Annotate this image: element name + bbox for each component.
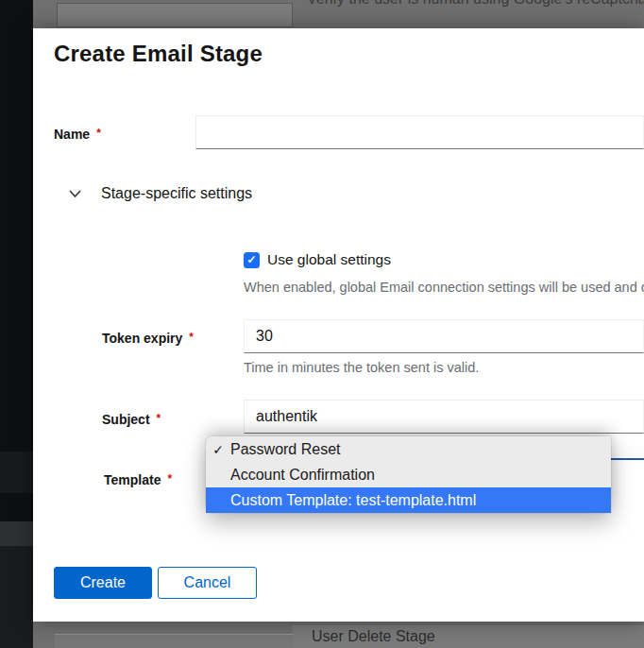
section-toggle-stage-specific[interactable]: Stage-specific settings	[69, 185, 252, 202]
create-button[interactable]: Create	[54, 567, 152, 599]
template-label: Template*	[104, 472, 172, 487]
cancel-button[interactable]: Cancel	[158, 567, 257, 599]
required-asterisk: *	[167, 472, 172, 486]
required-asterisk: *	[157, 412, 161, 425]
use-global-settings-row: ✓ Use global settings	[244, 251, 391, 268]
chevron-down-icon	[69, 190, 81, 198]
name-input[interactable]	[195, 115, 644, 149]
template-label-text: Template	[104, 472, 161, 487]
dropdown-option-label: Password Reset	[230, 441, 341, 458]
use-global-settings-label: Use global settings	[267, 251, 391, 268]
dropdown-option-label: Account Confirmation	[230, 467, 375, 484]
background-table-cell	[57, 3, 293, 27]
token-expiry-help: Time in minutes the token sent is valid.	[244, 360, 479, 375]
subject-label-text: Subject	[102, 412, 150, 427]
check-icon: ✓	[246, 254, 256, 265]
subject-label: Subject*	[102, 412, 161, 427]
token-expiry-input[interactable]	[244, 319, 644, 353]
background-table-top: Verify the user is human using Google's …	[33, 0, 644, 28]
screen: Verify the user is human using Google's …	[0, 0, 644, 648]
app-sidebar	[0, 0, 33, 648]
use-global-settings-help: When enabled, global Email connection se…	[244, 280, 644, 295]
dropdown-option-account-confirmation[interactable]: Account Confirmation	[206, 462, 611, 487]
modal-title: Create Email Stage	[54, 41, 263, 67]
required-asterisk: *	[96, 127, 101, 140]
sidebar-segment-highlight	[0, 521, 33, 546]
name-label: Name*	[54, 127, 101, 142]
background-row-description: Verify the user is human using Google's …	[307, 0, 644, 8]
dropdown-option-custom-template[interactable]: Custom Template: test-template.html	[206, 487, 611, 513]
dropdown-option-password-reset[interactable]: ✓ Password Reset	[206, 436, 611, 462]
name-label-text: Name	[54, 127, 90, 142]
token-expiry-label: Token expiry*	[102, 331, 194, 346]
background-table-bottom: User Delete Stage	[33, 622, 644, 648]
section-label: Stage-specific settings	[101, 185, 252, 202]
background-table-cell	[55, 634, 293, 648]
subject-input[interactable]	[244, 400, 644, 434]
token-expiry-label-text: Token expiry	[102, 331, 182, 346]
background-row-label: User Delete Stage	[312, 628, 435, 645]
check-icon: ✓	[206, 442, 230, 457]
create-email-stage-modal: Create Email Stage Name* Stage-specific …	[33, 28, 644, 622]
dropdown-option-label: Custom Template: test-template.html	[230, 492, 476, 509]
sidebar-segment	[0, 452, 33, 493]
required-asterisk: *	[189, 331, 194, 344]
use-global-settings-checkbox[interactable]: ✓	[244, 252, 260, 268]
template-dropdown-menu: ✓ Password Reset Account Confirmation Cu…	[206, 436, 611, 513]
sidebar-segment	[0, 546, 33, 648]
